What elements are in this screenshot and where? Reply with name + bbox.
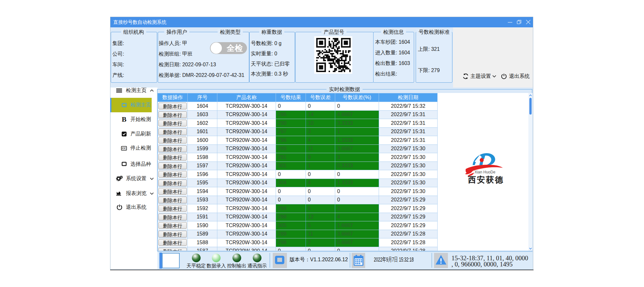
- svg-text:西安获德: 西安获德: [468, 175, 504, 184]
- svg-text:Xian HuoDe: Xian HuoDe: [475, 170, 496, 174]
- svg-text:CC: CC: [122, 147, 126, 150]
